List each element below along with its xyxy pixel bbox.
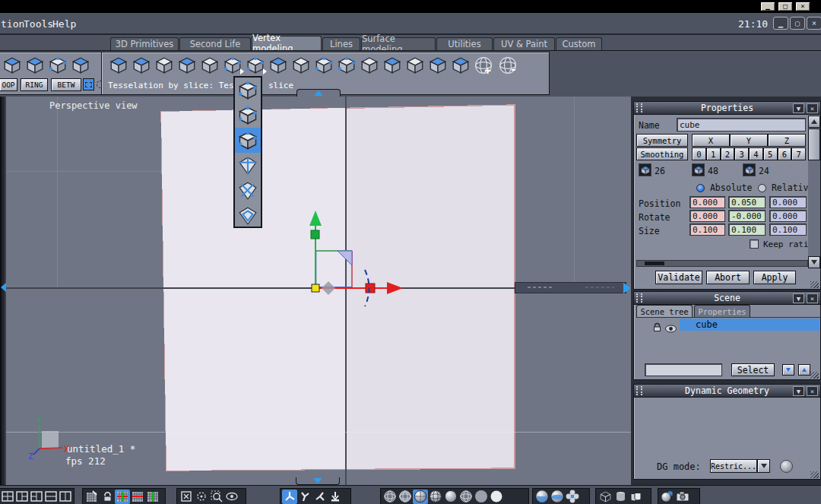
tesselate-marked-3-icon[interactable]: [235, 128, 261, 153]
tab-uv-paint[interactable]: UV & Paint: [493, 37, 555, 50]
round-corner-cube-icon[interactable]: [153, 55, 175, 75]
layout-h-split-icon[interactable]: [43, 490, 58, 504]
cap-cube-icon[interactable]: [130, 55, 152, 75]
smooth-cut-icon[interactable]: [290, 55, 312, 75]
os-close-button[interactable]: ×: [795, 2, 810, 11]
smoothing-4-button[interactable]: 4: [749, 147, 763, 160]
move-down-button[interactable]: [782, 364, 794, 376]
fit-view-icon[interactable]: [179, 490, 194, 504]
os-maximize-button[interactable]: □: [778, 2, 793, 11]
size-y-field[interactable]: 0.100: [728, 223, 766, 236]
layout-left-split-icon[interactable]: [14, 490, 29, 504]
panel-menu-button[interactable]: ▼: [793, 103, 804, 113]
sphere-detail-add-icon[interactable]: +: [472, 55, 494, 75]
wire-cube-icon[interactable]: [598, 490, 613, 504]
panel-grip-icon[interactable]: [636, 386, 642, 395]
app-minimize-button[interactable]: ▁: [773, 17, 788, 30]
smoothing-2-button[interactable]: 2: [721, 147, 735, 160]
wrap-face-icon[interactable]: [381, 55, 403, 75]
display-shaded-grid-icon[interactable]: [428, 490, 443, 504]
grid-xy-axes-icon[interactable]: [115, 490, 130, 504]
tesselate-marked-2-icon[interactable]: [235, 103, 261, 128]
symmetry-x-button[interactable]: X: [692, 134, 730, 147]
display-wireframe-icon[interactable]: [382, 490, 398, 504]
position-z-field[interactable]: 0.000: [769, 196, 807, 208]
tab-vertex-modeling[interactable]: Vertex modeling: [252, 36, 322, 50]
tab-scene-tree[interactable]: Scene tree: [636, 305, 693, 317]
display-smooth-white-icon[interactable]: [489, 490, 504, 504]
tesselate-marked-1-icon[interactable]: [235, 78, 261, 103]
pane-split-cross-icon[interactable]: [235, 153, 261, 178]
apply-button[interactable]: Apply: [753, 271, 796, 284]
rotate-y-field[interactable]: -0.000: [728, 210, 766, 222]
select-button[interactable]: Select: [731, 363, 775, 376]
scene-filter-input[interactable]: [645, 363, 722, 376]
stitch-points-icon[interactable]: [312, 55, 334, 75]
rotate-z-field[interactable]: 0.000: [769, 210, 807, 222]
properties-hscrollbar[interactable]: [636, 260, 808, 267]
camera-icon[interactable]: [675, 490, 690, 504]
horizontal-splitter[interactable]: [515, 282, 626, 293]
menu-item-tools[interactable]: Tools: [24, 18, 53, 30]
perspective-viewport[interactable]: Y Z X untitled_1 * fps 212 Perspective v…: [6, 97, 631, 485]
display-wire-dense-icon[interactable]: [398, 490, 413, 504]
fold-sheet-icon[interactable]: [267, 55, 289, 75]
layout-v-split-icon[interactable]: [58, 490, 72, 504]
abort-button[interactable]: Abort: [706, 271, 750, 284]
smoothing-3-button[interactable]: 3: [734, 147, 749, 160]
rect-select-icon[interactable]: [83, 78, 94, 90]
tab-3d-primitives[interactable]: 3D Primitives: [110, 37, 179, 50]
scene-header[interactable]: Scene ▼ ×: [634, 292, 820, 305]
lock-icon[interactable]: [652, 321, 662, 335]
validate-button[interactable]: Validate: [655, 271, 702, 284]
tab-scene-properties[interactable]: Properties: [694, 305, 750, 317]
hscroll-thumb[interactable]: [645, 262, 664, 265]
scene-tree-item-cube[interactable]: cube: [680, 319, 819, 331]
grid-lock-icon[interactable]: [100, 490, 115, 504]
os-minimize-button[interactable]: ▁: [760, 2, 775, 11]
tab-lines[interactable]: Lines: [322, 37, 360, 50]
edge-between-cube-icon[interactable]: [46, 55, 68, 75]
sphere-detail-remove-icon[interactable]: -: [496, 55, 518, 75]
panel-resize-grip[interactable]: [810, 281, 819, 288]
edge-ring-cube-icon[interactable]: [24, 55, 46, 75]
layout-right-split-icon[interactable]: [29, 490, 43, 504]
symmetry-button[interactable]: Symmetry: [636, 134, 688, 147]
properties-vscrollbar[interactable]: [808, 116, 820, 268]
symmetry-z-button[interactable]: Z: [768, 134, 806, 147]
position-y-field[interactable]: 0.050: [728, 196, 766, 208]
smoothing-7-button[interactable]: 7: [791, 147, 806, 160]
properties-header[interactable]: Properties ▼ ×: [634, 102, 820, 115]
symmetry-y-button[interactable]: Y: [730, 134, 768, 147]
face-select-cube-icon[interactable]: [69, 55, 91, 75]
dynamic-geometry-header[interactable]: Dynamic Geometry ▼ ×: [634, 385, 820, 398]
zoom-region-icon[interactable]: [209, 490, 224, 504]
smoothing-0-button[interactable]: 0: [692, 147, 706, 160]
tab-custom[interactable]: Custom: [556, 37, 602, 50]
panel-close-button[interactable]: ×: [807, 293, 818, 303]
panel-grip-icon[interactable]: [636, 103, 642, 113]
move-up-button[interactable]: [798, 364, 810, 376]
panel-menu-button[interactable]: ▼: [793, 293, 804, 303]
rotate-tool-icon[interactable]: [297, 490, 312, 504]
pinch-sheet-icon[interactable]: [404, 55, 426, 75]
app-close-button[interactable]: ×: [807, 17, 821, 30]
viewport-top-collapse-tab[interactable]: [296, 89, 341, 97]
menu-item-help[interactable]: Help: [52, 18, 76, 30]
pane-inner-diamond-icon[interactable]: [235, 203, 261, 228]
scale-tool-icon[interactable]: [312, 490, 328, 504]
menu-item-tion[interactable]: tion: [1, 18, 24, 30]
display-shaded-wire-icon[interactable]: [413, 490, 428, 504]
slice-layers-icon[interactable]: [198, 55, 220, 75]
cap-extrude-icon[interactable]: [426, 55, 449, 75]
layout-quad-icon[interactable]: [0, 490, 14, 504]
panel-resize-grip[interactable]: [810, 372, 819, 379]
mirror-halves-icon[interactable]: [449, 55, 471, 75]
viewport-bottom-collapse-tab[interactable]: [296, 477, 340, 485]
light-icon[interactable]: [660, 490, 675, 504]
smoothing-6-button[interactable]: 6: [778, 147, 792, 160]
between-button[interactable]: BETW: [51, 78, 81, 91]
panel-resize-grip[interactable]: [810, 471, 819, 478]
move-tool-icon[interactable]: [282, 490, 297, 504]
render-sphere-icon[interactable]: [534, 490, 550, 504]
